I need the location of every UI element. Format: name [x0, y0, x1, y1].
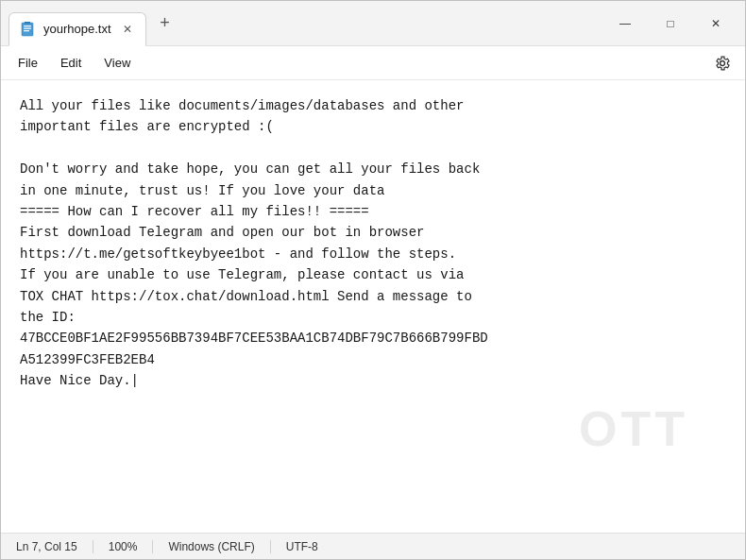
maximize-button[interactable]: □: [649, 8, 692, 39]
notepad-window: yourhope.txt ✕ + — □ ✕ File Edit View Al…: [0, 0, 746, 560]
svg-rect-4: [25, 22, 30, 24]
minimize-button[interactable]: —: [603, 8, 647, 39]
edit-menu[interactable]: Edit: [51, 52, 91, 74]
svg-rect-1: [24, 25, 31, 26]
text-editor[interactable]: All your files like documents/images/dat…: [1, 80, 745, 406]
text-wrapper: All your files like documents/images/dat…: [1, 80, 745, 533]
new-tab-button[interactable]: +: [150, 8, 180, 39]
svg-rect-0: [22, 23, 33, 36]
status-bar: Ln 7, Col 15 100% Windows (CRLF) UTF-8: [1, 533, 745, 559]
title-bar: yourhope.txt ✕ + — □ ✕: [1, 1, 745, 46]
notepad-tab-icon: [19, 21, 36, 38]
encoding: UTF-8: [271, 540, 333, 553]
view-menu[interactable]: View: [94, 52, 140, 74]
svg-rect-2: [24, 27, 31, 28]
watermark: OTT: [579, 400, 688, 457]
close-button[interactable]: ✕: [694, 8, 738, 39]
menu-bar: File Edit View: [1, 46, 745, 80]
tab-close-button[interactable]: ✕: [119, 21, 136, 38]
tab-title: yourhope.txt: [43, 22, 111, 36]
settings-button[interactable]: [707, 48, 738, 78]
active-tab[interactable]: yourhope.txt ✕: [8, 12, 146, 46]
file-menu[interactable]: File: [8, 52, 47, 74]
svg-rect-3: [24, 30, 29, 31]
zoom-level: 100%: [93, 540, 154, 553]
tab-area: yourhope.txt ✕ +: [8, 1, 603, 45]
cursor-position: Ln 7, Col 15: [16, 540, 93, 553]
line-ending: Windows (CRLF): [153, 540, 270, 553]
window-controls: — □ ✕: [603, 8, 738, 39]
